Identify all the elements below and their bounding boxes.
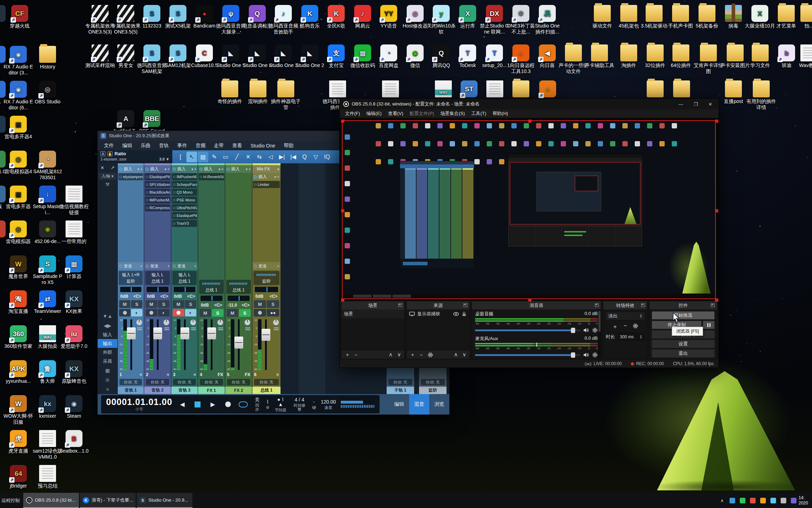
view-tab-混音[interactable]: 混音	[409, 394, 429, 415]
plugin-power-icon[interactable]	[173, 183, 176, 186]
automation-button[interactable]: 自动: 关	[200, 379, 223, 385]
desktop-icon[interactable]: ◔↗百度网盘	[374, 44, 404, 68]
menu-item[interactable]: 音轨	[155, 143, 173, 149]
insert-slot[interactable]: PSE Mono	[172, 196, 197, 204]
q-tool-icon[interactable]: Q	[299, 152, 310, 162]
io-selector[interactable]: 入/输 ▾	[99, 173, 116, 180]
desktop-icon[interactable]: K↗酷狗音乐	[295, 5, 325, 29]
fader-handle[interactable]	[262, 329, 270, 341]
mute-button[interactable]: M	[254, 300, 266, 308]
desktop-icon[interactable]: ▣↗雷电多开器	[3, 186, 33, 210]
plugin-power-icon[interactable]	[254, 183, 257, 186]
menu-item[interactable]: 事件	[173, 143, 191, 149]
pan-slider[interactable]	[201, 296, 222, 301]
tray-icon-5[interactable]	[770, 498, 776, 503]
desktop-icon[interactable]: YY↗YY语音	[374, 5, 404, 29]
plugin-power-icon[interactable]	[173, 199, 176, 201]
solo-button[interactable]: S	[212, 309, 223, 317]
desktop-icon[interactable]: 混响插件	[243, 80, 273, 104]
taskbar-button-obs[interactable]: ◎OBS 25.0.8 (32-bi...	[23, 493, 79, 508]
desktop-icon[interactable]: sam12绿色版VMM1.0	[32, 430, 63, 460]
routing-box[interactable]: 输入 L+R监听	[119, 271, 143, 285]
desktop-icon[interactable]: ◣↗Studio One 3	[268, 44, 299, 68]
insert-slot[interactable]: ElastiquePit..	[145, 173, 170, 180]
pause-recording-button[interactable]	[703, 321, 715, 329]
desktop-icon[interactable]: y↗关闭Win10杀软	[426, 5, 456, 35]
selection-handle[interactable]	[341, 209, 344, 212]
volume-slider[interactable]	[475, 329, 580, 331]
taskbar-button-s1[interactable]: SStudio One - 20.9...	[137, 493, 192, 508]
pan-slider[interactable]	[147, 287, 168, 292]
duration-spinbox[interactable]: 300 ms ▲▼	[617, 333, 645, 341]
insert-slot[interactable]: Q3 Mono	[172, 189, 197, 196]
listen-tool-icon[interactable]: ◁	[265, 152, 276, 162]
pan-knob[interactable]	[273, 320, 279, 325]
fade-out-tool-icon[interactable]: |◀	[288, 152, 299, 162]
menu-item[interactable]: 工具(T)	[468, 110, 490, 117]
selection-handle[interactable]	[528, 120, 531, 123]
exit-button[interactable]: 退出	[652, 349, 715, 358]
key-signature[interactable]: - 键	[312, 399, 316, 410]
insert-slot[interactable]: H-ReverbSt..	[199, 173, 224, 180]
desktop-icon[interactable]: 虎↗虎牙直播	[3, 430, 33, 454]
desktop-icon[interactable]: ☼↗1向日葵远程工具10.3	[506, 44, 536, 74]
insert-slot[interactable]: Limiter	[253, 181, 280, 188]
volume-pan-values[interactable]: -11.0<C>	[225, 302, 252, 309]
desktop-icon[interactable]: S↗测试X5机架	[163, 5, 193, 29]
solo-button[interactable]: S	[158, 300, 170, 308]
solo-button[interactable]: S	[131, 300, 142, 308]
monitor-button[interactable]: ●●	[267, 309, 279, 316]
desktop-icon[interactable]: ⚙↗ONE3补丁装不上批...	[506, 5, 536, 35]
desktop-icon[interactable]: C↗Cubase10.5	[189, 44, 220, 68]
plugin-power-icon[interactable]	[173, 207, 176, 209]
output-routing[interactable]: 监听	[119, 278, 142, 284]
input-routing[interactable]: 输入 L+R	[119, 272, 142, 278]
menu-item[interactable]: 文件	[100, 143, 118, 149]
speaker-icon[interactable]	[583, 352, 589, 358]
insert-slot[interactable]: IMPusherM..	[172, 173, 197, 180]
fade-in-tool-icon[interactable]: ▶|	[277, 152, 287, 162]
plugin-power-icon[interactable]	[146, 176, 148, 178]
tempo-display[interactable]: 120.00 速度	[321, 399, 336, 410]
metronome-toggle[interactable]: ● ⌇ ▲ 节拍器	[274, 397, 287, 412]
plugin-power-icon[interactable]	[146, 207, 148, 209]
selection-handle[interactable]	[715, 298, 718, 302]
sends-header[interactable]: 发送+	[118, 262, 144, 270]
desktop-icon[interactable]: ψ↗德玛西亚音频大腿录...	[216, 5, 246, 35]
channel-name-tab[interactable]: 监听	[419, 387, 447, 394]
fader-handle[interactable]	[153, 327, 162, 339]
output-routing[interactable]: 总线 1	[227, 287, 250, 293]
solo-button[interactable]: S	[239, 309, 251, 317]
tray-icon-4[interactable]	[760, 498, 766, 503]
insert-slot[interactable]: elysiampres..	[118, 173, 143, 180]
add-transition-button[interactable]: ＋	[612, 322, 618, 331]
desktop-icon[interactable]: 病毒	[718, 5, 749, 29]
tray-icon-7[interactable]	[791, 498, 796, 503]
mute-button[interactable]: M	[227, 309, 238, 317]
fader-handle[interactable]	[207, 327, 216, 339]
desktop-icon[interactable]: 预习总结	[32, 465, 63, 489]
desktop-icon[interactable]: KX↗原版蜂音包	[59, 360, 89, 384]
settings-button[interactable]: 设置	[652, 340, 715, 348]
pan-slider[interactable]	[120, 287, 141, 292]
menu-item[interactable]: 帮助(H)	[490, 110, 511, 117]
insert-slot[interactable]: SchepsPara..	[172, 181, 197, 188]
insert-slot[interactable]: IMPusherM..	[145, 196, 170, 204]
desktop-icon[interactable]: 淘↗淘宝直播	[3, 290, 33, 314]
channel-name-tab[interactable]: 音轨 1	[118, 387, 144, 394]
scene-up-button[interactable]: ∧	[389, 351, 393, 358]
hand-tool-icon[interactable]: ✋	[107, 151, 112, 156]
selection-handle[interactable]	[341, 120, 344, 123]
play-button[interactable]: ▶	[208, 400, 218, 409]
transport-settings[interactable]: ⌇⚙	[266, 399, 269, 410]
close-button[interactable]: ✕	[708, 102, 712, 107]
menu-item[interactable]: 场景集合(S)	[437, 110, 468, 117]
desktop-icon[interactable]: WAV大腿拍卖	[32, 325, 63, 349]
channel-name-tab[interactable]: FX 1	[198, 387, 225, 394]
channel-name-tab[interactable]: 子轨 1	[387, 387, 414, 394]
channel-name-tab[interactable]: FX 2	[225, 387, 252, 394]
inserts-header[interactable]: 插入▾ +	[171, 165, 198, 173]
volume-pan-values[interactable]: 0dB<C>	[118, 293, 144, 300]
inserts-header[interactable]: 插入▾ +	[225, 165, 252, 173]
desktop-icon[interactable]: ♪↗德玛西亚音频音效助手	[268, 5, 299, 35]
